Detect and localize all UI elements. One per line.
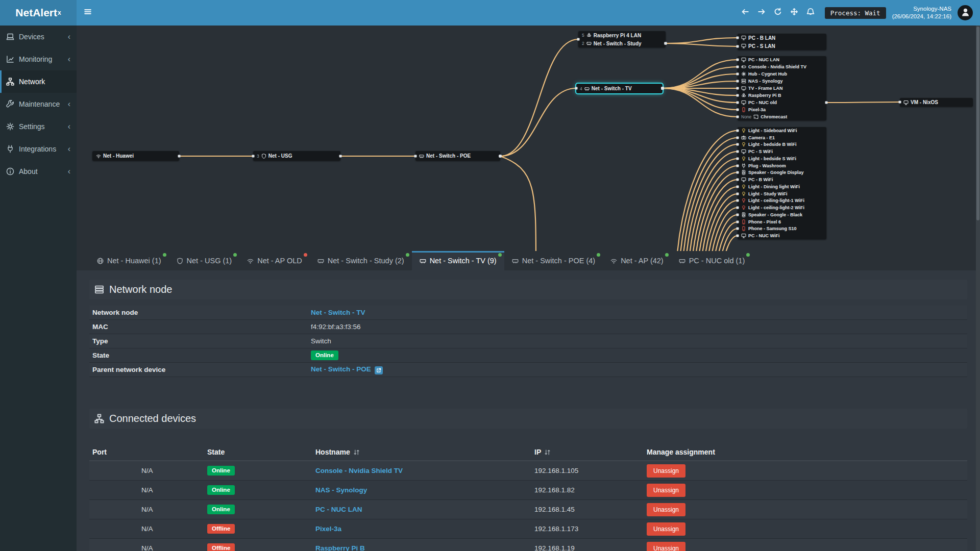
sidebar-item-integrations[interactable]: Integrations‹ [0, 138, 77, 160]
app-logo[interactable]: NetAlertx [0, 0, 77, 26]
node-row-camera-e1[interactable]: Camera - E1 [738, 134, 826, 141]
topology-node-vm-nixos[interactable]: VM - NixOS [900, 98, 973, 107]
device-hostname-link[interactable]: Console - Nvidia Shield TV [315, 467, 403, 474]
tab-net-ap-42[interactable]: Net - AP (42) [603, 251, 671, 270]
sort-icon[interactable] [544, 449, 551, 456]
node-row-net-switch-poe[interactable]: Net - Switch - POE [415, 151, 500, 161]
tab-pc-nuc-old-1[interactable]: PC - NUC old (1) [671, 251, 753, 270]
node-row-speaker-google-black[interactable]: Speaker - Google - Black [738, 211, 826, 218]
unassign-button[interactable]: Unassign [647, 522, 685, 536]
page-scrollbar[interactable] [976, 26, 980, 551]
tab-net-switch-tv-9[interactable]: Net - Switch - TV (9) [412, 251, 504, 270]
node-row-light-ceiling-light-1-wifi[interactable]: Light - ceiling-light-1 WiFi [738, 197, 826, 205]
column-header-hostname[interactable]: Hostname [315, 448, 534, 456]
node-row-net-huawei[interactable]: Net - Huawei [92, 151, 179, 161]
node-row-pc-nuc-old[interactable]: PC - NUC old [738, 99, 826, 106]
unassign-button[interactable]: Unassign [647, 542, 685, 551]
node-row-light-study-wifi[interactable]: Light - Study WiFi [738, 190, 826, 197]
node-row-light-ceiling-light-2-wifi[interactable]: Light - ceiling-light-2 WiFi [738, 204, 826, 211]
node-row-pixel-3a[interactable]: Pixel-3a [738, 106, 826, 113]
tab-net-huawei-1[interactable]: Net - Huawei (1) [89, 251, 169, 270]
tab-net-ap-old[interactable]: Net - AP OLD [239, 251, 310, 270]
device-hostname-link[interactable]: Pixel-3a [315, 525, 341, 533]
node-row-raspberry-pi-4-lan[interactable]: 5Raspberry Pi 4 LAN [578, 31, 666, 39]
field-value-link[interactable]: Net - Switch - POE [311, 365, 371, 373]
phone-icon [741, 107, 746, 112]
scrollbar-thumb[interactable] [976, 27, 979, 220]
column-header-ip[interactable]: IP [534, 448, 647, 456]
node-row-phone-pixel-6[interactable]: Phone - Pixel 6 [738, 218, 826, 226]
node-label: PC - S LAN [748, 43, 775, 49]
node-row-phone-samsung-s10[interactable]: Phone - Samsung S10 [738, 226, 826, 233]
node-label: Raspberry Pi 4 LAN [594, 33, 641, 38]
device-row-raspberry-pi-b: N/AOfflineRaspberry Pi B192.168.1.19Unas… [89, 539, 967, 551]
device-hostname-link[interactable]: NAS - Synology [315, 486, 367, 494]
node-row-light-bedside-b-wifi[interactable]: Light - bedside B WiFi [738, 141, 826, 148]
back-button[interactable] [737, 0, 753, 26]
ethernet-icon [584, 86, 590, 91]
sidebar-item-label: Monitoring [19, 55, 52, 63]
sidebar-item-network[interactable]: Network [0, 70, 77, 93]
node-row-tv-frame-lan[interactable]: TV - Frame LAN [738, 85, 826, 92]
node-row-net-switch-tv[interactable]: 4Net - Switch - TV [576, 84, 663, 93]
refresh-button[interactable] [770, 0, 786, 26]
node-label: Net - Switch - POE [426, 153, 471, 159]
node-row-light-dining-light-wifi[interactable]: Light - Dining light WiFi [738, 183, 826, 190]
monitor-icon [741, 100, 746, 105]
node-row-net-usg[interactable]: 3Net - USG [253, 151, 340, 161]
node-row-chromecast[interactable]: NoneChromecast [738, 113, 826, 120]
field-value: f4:92:bf:a3:f3:56 [311, 323, 361, 331]
notifications-button[interactable] [802, 0, 819, 26]
node-row-vm-nixos[interactable]: VM - NixOS [900, 98, 973, 107]
node-row-pc-nuc-lan[interactable]: PC - NUC LAN [738, 56, 826, 63]
node-row-hub-cygnet-hub[interactable]: Hub - Cygnet Hub [738, 70, 826, 78]
field-value-link[interactable]: Net - Switch - TV [311, 309, 365, 316]
sidebar-item-maintenance[interactable]: Maintenance‹ [0, 93, 77, 115]
user-avatar[interactable] [958, 5, 973, 20]
topology-node-net-switch-tv[interactable]: 4Net - Switch - TV [576, 84, 663, 93]
device-ip: 192.168.1.45 [534, 506, 647, 513]
open-parent-node-button[interactable] [375, 366, 383, 374]
node-row-console-nvidia-shield-tv[interactable]: Console - Nvidia Shield TV [738, 63, 826, 70]
node-row-pc-s-wifi[interactable]: PC - S WiFi [738, 148, 826, 155]
node-row-pc-b-wifi[interactable]: PC - B WiFi [738, 176, 826, 183]
sidebar-item-about[interactable]: About‹ [0, 160, 77, 183]
node-row-pc-nuc-wifi[interactable]: PC - NUC WiFi [738, 232, 826, 239]
topology-node-net-huawei[interactable]: Net - Huawei [92, 151, 179, 161]
unassign-button[interactable]: Unassign [647, 503, 685, 516]
forward-button[interactable] [753, 0, 770, 26]
topology-node-tv-children-group[interactable]: PC - NUC LANConsole - Nvidia Shield TVHu… [738, 56, 826, 120]
node-row-nas-synology[interactable]: NAS - Synology [738, 78, 826, 85]
node-row-pc-b-lan[interactable]: PC - B LAN [738, 34, 826, 42]
device-hostname-link[interactable]: Raspberry Pi B [315, 544, 365, 551]
node-row-net-switch-study[interactable]: 2Net - Switch - Study [578, 39, 666, 47]
node-row-plug-washroom[interactable]: Plug - Washroom [738, 162, 826, 169]
move-button[interactable] [786, 0, 802, 26]
node-row-light-bedside-s-wifi[interactable]: Light - bedside S WiFi [738, 155, 826, 162]
node-row-raspberry-pi-b[interactable]: Raspberry Pi B [738, 92, 826, 99]
topology-node-pc-lan-group[interactable]: PC - B LANPC - S LAN [738, 34, 826, 50]
topology-node-net-switch-poe[interactable]: Net - Switch - POE [415, 151, 500, 161]
tab-net-switch-poe-4[interactable]: Net - Switch - POE (4) [504, 251, 603, 270]
sidebar-toggle-button[interactable] [77, 0, 99, 26]
node-row-pc-s-lan[interactable]: PC - S LAN [738, 42, 826, 50]
topology-node-wifi-children-group[interactable]: Light - Sideboard WiFiCamera - E1Light -… [738, 127, 826, 239]
sidebar-item-settings[interactable]: Settings‹ [0, 115, 77, 138]
unassign-button[interactable]: Unassign [647, 464, 685, 478]
sidebar-item-monitoring[interactable]: Monitoring‹ [0, 48, 77, 70]
tab-net-usg-1[interactable]: Net - USG (1) [169, 251, 240, 270]
device-state-badge: Offline [207, 524, 235, 534]
chevron-left-icon: ‹ [68, 99, 70, 109]
node-row-light-sideboard-wifi[interactable]: Light - Sideboard WiFi [738, 127, 826, 134]
device-hostname-link[interactable]: PC - NUC LAN [315, 506, 362, 513]
tab-net-switch-study-2[interactable]: Net - Switch - Study (2) [310, 251, 412, 270]
node-row-speaker-google-display[interactable]: Speaker - Google Display [738, 169, 826, 177]
monitor-icon [741, 43, 746, 48]
topology-node-net-usg[interactable]: 3Net - USG [253, 151, 340, 161]
topology-node-rpi4-study-group[interactable]: 5Raspberry Pi 4 LAN2Net - Switch - Study [578, 31, 666, 47]
status-dot [163, 253, 166, 257]
field-label: Type [92, 337, 311, 345]
sort-icon[interactable] [353, 449, 360, 456]
sidebar-item-devices[interactable]: Devices‹ [0, 26, 77, 48]
unassign-button[interactable]: Unassign [647, 484, 685, 497]
